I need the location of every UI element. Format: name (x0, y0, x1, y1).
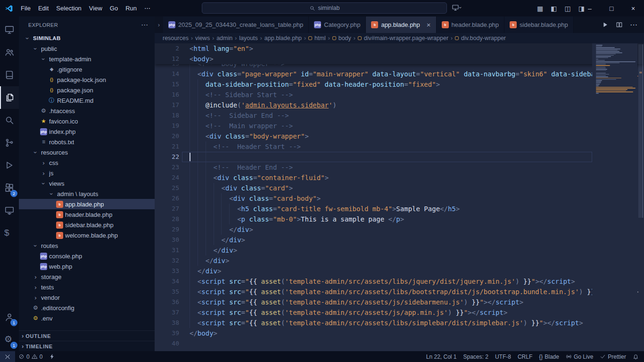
menu-selection[interactable]: Selection (52, 3, 85, 14)
prettier[interactable]: Prettier (596, 351, 629, 362)
command-center-search[interactable]: siminlab (202, 2, 447, 14)
menu-edit[interactable]: Edit (34, 3, 52, 14)
tab-header-blade-php[interactable]: bheader.blade.php (437, 16, 504, 33)
code-line-21[interactable]: 21 <!-- Header Start --> (155, 141, 644, 152)
breadcrumb-item-div-main-wrapper-page-wrapper[interactable]: div#main-wrapper.page-wrapper (358, 35, 448, 41)
menu-go[interactable]: Go (106, 3, 122, 14)
section-timeline[interactable]: ›TIMELINE (19, 341, 155, 351)
code-line-19[interactable]: 19 <!-- Main wrapper --> (155, 121, 644, 131)
code-line-24[interactable]: 24 <div class="container-fluid"> (155, 173, 644, 183)
toggle-panel-icon[interactable]: ◫ (565, 5, 571, 12)
editor-scrollbar[interactable] (637, 43, 644, 351)
code-line-33[interactable]: 33 </div> (155, 266, 644, 276)
tree-folder-tests[interactable]: ›tests (19, 282, 155, 292)
code-line-14[interactable]: 14 <div class="page-wrapper" id="main-wr… (155, 69, 644, 79)
close-button[interactable]: × (622, 0, 644, 16)
code-line-12[interactable]: 12<body> (155, 54, 644, 64)
run-debug-icon[interactable] (0, 154, 19, 177)
tree-folder-views[interactable]: ›views (19, 178, 155, 189)
go-live[interactable]: Go Live (562, 351, 596, 362)
code-line-29[interactable]: 29 </div> (155, 224, 644, 235)
tree-file-welcome-blade-php[interactable]: bwelcome.blade.php (19, 230, 155, 240)
accounts-icon[interactable]: 1 (0, 306, 19, 329)
tab-category-php[interactable]: phpCategory.php (309, 16, 366, 33)
code-line-20[interactable]: 20 <div class="body-wrapper"> (155, 131, 644, 141)
code-line-23[interactable]: 23 <!-- Header End --> (155, 162, 644, 173)
encoding[interactable]: UTF-8 (492, 351, 514, 362)
extensions-icon[interactable]: 2 (0, 177, 19, 199)
tree-folder-storage[interactable]: ›storage (19, 272, 155, 282)
notifications-bell[interactable] (629, 351, 642, 362)
editor[interactable]: 2<html lang="en">12<body> 13 <!-- Body W… (155, 43, 644, 351)
section-outline[interactable]: ›OUTLINE (19, 330, 155, 341)
live-share-icon[interactable] (0, 41, 19, 64)
tree-file-package-lock-json[interactable]: {}package-lock.json (19, 74, 155, 85)
tree-folder-resources[interactable]: ›resources (19, 147, 155, 157)
code-line-39[interactable]: 39</body> (155, 328, 644, 338)
breadcrumb-item-app-blade-php[interactable]: app.blade.php (264, 35, 302, 41)
code-line-27[interactable]: 27 <h5 class="card-title fw-semibold mb-… (155, 204, 644, 214)
tree-folder-template-admin[interactable]: ›template-admin (19, 54, 155, 64)
minimap[interactable] (592, 43, 637, 351)
breadcrumb-item-layouts[interactable]: layouts (239, 35, 258, 41)
tree-file-editorconfig[interactable]: ⚙.editorconfig (19, 303, 155, 313)
source-control-icon[interactable] (0, 132, 19, 154)
breadcrumb-item-html[interactable]: html (308, 35, 326, 41)
explorer-icon[interactable] (0, 86, 19, 109)
tree-file-web-php[interactable]: phpweb.php (19, 261, 155, 272)
code-line-16[interactable]: 16 <!-- Sidebar Start --> (155, 90, 644, 100)
tree-root-siminlab[interactable]: ›SIMINLAB (19, 33, 155, 43)
tree-file-robots-txt[interactable]: ≡robots.txt (19, 137, 155, 147)
minimize-button[interactable]: – (579, 0, 601, 16)
tab-overflow-chevron-icon[interactable]: › (155, 16, 163, 33)
tree-file-gitignore[interactable]: ◆.gitignore (19, 64, 155, 74)
docs-icon[interactable] (0, 64, 19, 86)
customize-layout-icon[interactable]: ▦ (537, 5, 543, 12)
search-view-icon[interactable] (0, 109, 19, 132)
code-line-22[interactable]: 22 (155, 152, 644, 162)
tree-folder-routes[interactable]: ›routes (19, 240, 155, 251)
tab-sidebar-blade-php[interactable]: bsidebar.blade.php (504, 16, 574, 33)
code-line-25[interactable]: 25 <div class="card"> (155, 183, 644, 193)
code-line-40[interactable]: 40 (155, 338, 644, 349)
settings-gear-icon[interactable]: ⚙1 (0, 329, 19, 351)
cursor-position[interactable]: Ln 22, Col 1 (423, 351, 460, 362)
scrollbar-thumb[interactable] (638, 44, 643, 218)
tab-2025-09-25-034430-create-loans-table-php[interactable]: php2025_09_25_034430_create_loans_table.… (163, 16, 309, 33)
explorer-more-actions-icon[interactable]: ⋯ (141, 21, 148, 29)
breadcrumb-item-resources[interactable]: resources (163, 35, 189, 41)
code-line-2[interactable]: 2<html lang="en"> (155, 43, 644, 54)
menu-more[interactable]: ⋯ (140, 3, 154, 14)
code-line-26[interactable]: 26 <div class="card-body"> (155, 193, 644, 204)
breadcrumb-item-views[interactable]: views (195, 35, 210, 41)
menu-run[interactable]: Run (122, 3, 140, 14)
code-line-31[interactable]: 31 </div> (155, 245, 644, 255)
code-line-18[interactable]: 18 <!-- Sidebar End --> (155, 110, 644, 121)
menu-view[interactable]: View (85, 3, 106, 14)
tree-file-app-blade-php[interactable]: bapp.blade.php (19, 199, 155, 209)
run-button[interactable] (602, 21, 609, 28)
tree-file-index-php[interactable]: phpindex.php (19, 126, 155, 137)
code-line-32[interactable]: 32 </div> (155, 255, 644, 266)
tab-app-blade-php[interactable]: bapp.blade.php× (366, 16, 436, 33)
split-editor-button[interactable] (616, 21, 623, 28)
indentation[interactable]: Spaces: 2 (460, 351, 492, 362)
tree-file-env[interactable]: ⚙.env (19, 313, 155, 323)
breadcrumb-item-div-body-wrapper[interactable]: div.body-wrapper (455, 35, 506, 41)
tree-file-favicon-ico[interactable]: ★favicon.ico (19, 116, 155, 126)
breadcrumb-item-body[interactable]: body (332, 35, 351, 41)
tree-folder-js[interactable]: ›js (19, 168, 155, 178)
tree-file-header-blade-php[interactable]: bheader.blade.php (19, 209, 155, 220)
maximize-button[interactable]: □ (601, 0, 622, 16)
tree-file-readme-md[interactable]: ⓘREADME.md (19, 95, 155, 106)
code-line-17[interactable]: 17 @include('admin.layouts.sidebar') (155, 100, 644, 110)
toggle-primary-sidebar-icon[interactable]: ◧ (551, 5, 557, 12)
tree-folder-public[interactable]: ›public (19, 43, 155, 54)
tree-folder-vendor[interactable]: ›vendor (19, 292, 155, 303)
remote-indicator[interactable] (0, 351, 15, 362)
tree-file-sidebar-blade-php[interactable]: bsidebar.blade.php (19, 220, 155, 230)
tree-folder-admin-layouts[interactable]: ›admin \ layouts (19, 189, 155, 199)
problems-indicator[interactable]: 00 (15, 351, 46, 362)
code-area[interactable]: 14 <div class="page-wrapper" id="main-wr… (155, 69, 644, 349)
menu-file[interactable]: File (17, 3, 34, 14)
